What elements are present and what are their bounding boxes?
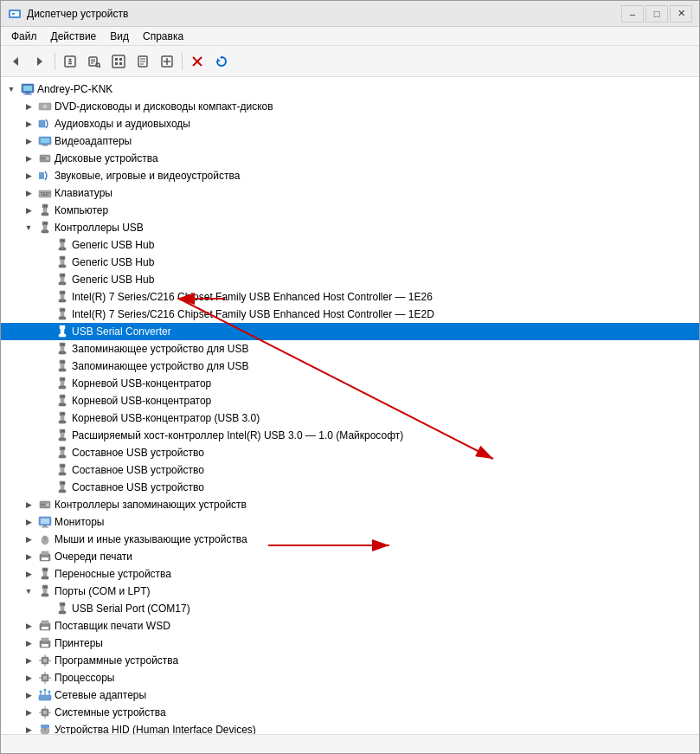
tree-item-storage-ctrl[interactable]: ▶ Контроллеры запоминающих устройств bbox=[1, 496, 699, 513]
expand-icon[interactable]: ▶ bbox=[22, 203, 35, 217]
tree-item-print-queue[interactable]: ▶ Очереди печати bbox=[1, 548, 699, 565]
expand-icon[interactable]: ▶ bbox=[22, 100, 35, 113]
expand-icon[interactable]: ▶ bbox=[22, 636, 35, 650]
tree-item-mem-usb1[interactable]: Запоминающее устройство для USB bbox=[1, 340, 699, 358]
tree-item-mem-usb2[interactable]: Запоминающее устройство для USB bbox=[1, 358, 699, 375]
menu-file[interactable]: Файл bbox=[4, 29, 44, 44]
tree-item-comp-usb3[interactable]: Составное USB устройство bbox=[1, 479, 699, 496]
expand-icon[interactable]: ▶ bbox=[22, 723, 35, 734]
maximize-button[interactable]: □ bbox=[645, 5, 668, 23]
expand-icon[interactable]: ▶ bbox=[22, 498, 35, 512]
computer-icon bbox=[21, 82, 35, 96]
tree-item-usb-ctrl[interactable]: ▼ Контроллеры USB bbox=[1, 219, 699, 236]
tree-item-comp-usb1[interactable]: Составное USB устройство bbox=[1, 444, 699, 461]
tree-item-print-provider[interactable]: ▶ Поставщик печати WSD bbox=[1, 617, 699, 635]
expand-icon[interactable]: ▶ bbox=[22, 151, 35, 165]
tree-item-intel-usb3[interactable]: Расширяемый хост-контроллер Intel(R) USB… bbox=[1, 427, 699, 444]
menu-help[interactable]: Справка bbox=[136, 29, 190, 44]
svg-rect-106 bbox=[63, 378, 65, 380]
svg-rect-46 bbox=[39, 190, 51, 197]
tree-item-video[interactable]: ▶ Видеоадаптеры bbox=[1, 132, 699, 150]
cpu-label: Процессоры bbox=[55, 672, 115, 684]
expand-icon[interactable]: ▶ bbox=[22, 515, 35, 529]
tree-item-usb-hub1[interactable]: Generic USB Hub bbox=[1, 236, 699, 254]
tree-item-software[interactable]: ▶ Программные устройства bbox=[1, 652, 699, 669]
expand-icon[interactable]: ▶ bbox=[22, 117, 35, 131]
tree-item-usb-hub2[interactable]: Generic USB Hub bbox=[1, 254, 699, 271]
tree-item-intel-usb1[interactable]: Intel(R) 7 Series/C216 Chipset Family US… bbox=[1, 288, 699, 306]
tree-root-node[interactable]: ▼ Andrey-PC-KNK bbox=[1, 81, 699, 98]
expand-icon[interactable]: ▶ bbox=[22, 671, 35, 685]
minimize-button[interactable]: – bbox=[621, 5, 644, 23]
svg-rect-104 bbox=[59, 386, 66, 389]
tree-item-audio[interactable]: ▶ Аудиовходы и аудиовыходы bbox=[1, 115, 699, 132]
toolbar-scan-button[interactable] bbox=[83, 50, 106, 73]
toolbar-btn6[interactable] bbox=[132, 50, 154, 73]
usb-serial-conv-icon bbox=[55, 325, 69, 338]
expand-icon[interactable]: ▶ bbox=[22, 169, 35, 183]
tree-item-root-hub3[interactable]: Корневой USB-концентратор (USB 3.0) bbox=[1, 409, 699, 427]
expand-icon[interactable]: ▶ bbox=[22, 567, 35, 581]
tree-item-monitors[interactable]: ▶ Мониторы bbox=[1, 513, 699, 531]
system-label: Системные устройства bbox=[55, 706, 166, 719]
tree-item-intel-usb2[interactable]: Intel(R) 7 Series/C216 Chipset Family US… bbox=[1, 306, 699, 323]
toolbar-btn5[interactable] bbox=[107, 50, 130, 73]
expand-icon[interactable]: ▶ bbox=[22, 532, 35, 546]
tree-item-dvd[interactable]: ▶ DVD-дисководы и дисководы компакт-диск… bbox=[1, 98, 699, 115]
svg-rect-147 bbox=[42, 551, 48, 555]
svg-rect-79 bbox=[59, 300, 66, 302]
toolbar-properties-button[interactable] bbox=[59, 50, 81, 73]
toolbar-btn7[interactable] bbox=[156, 50, 178, 73]
tree-item-mouse[interactable]: ▶ Мыши и иные указывающие устройства bbox=[1, 531, 699, 548]
tree-item-root-hub1[interactable]: Корневой USB-концентратор bbox=[1, 375, 699, 392]
expand-icon[interactable]: ▶ bbox=[22, 550, 35, 564]
svg-point-149 bbox=[48, 555, 49, 557]
collapse-icon[interactable]: ▼ bbox=[22, 221, 35, 235]
expand-icon[interactable]: ▶ bbox=[22, 186, 35, 200]
dvd-icon bbox=[38, 100, 52, 113]
tree-item-comp-usb2[interactable]: Составное USB устройство bbox=[1, 461, 699, 479]
expand-icon[interactable]: ▶ bbox=[22, 654, 35, 667]
device-tree[interactable]: ▼ Andrey-PC-KNK ▶ bbox=[1, 77, 699, 734]
tree-item-disk[interactable]: ▶ Дисковые устройства bbox=[1, 150, 699, 167]
print-provider-label: Поставщик печати WSD bbox=[55, 620, 170, 632]
expand-root-icon[interactable]: ▼ bbox=[4, 82, 18, 96]
toolbar-back-button[interactable] bbox=[4, 50, 27, 73]
svg-rect-80 bbox=[61, 292, 63, 293]
expand-icon[interactable]: ▶ bbox=[22, 619, 35, 633]
svg-rect-156 bbox=[43, 589, 47, 594]
close-button[interactable]: ✕ bbox=[670, 5, 692, 23]
svg-rect-81 bbox=[63, 292, 65, 293]
tree-item-system[interactable]: ▶ Системные устройства bbox=[1, 704, 699, 721]
tree-item-hid[interactable]: ▶ Устройства HID (Human Interface Device… bbox=[1, 721, 699, 734]
expand-icon[interactable]: ▶ bbox=[22, 688, 35, 702]
toolbar-delete-button[interactable] bbox=[186, 50, 209, 73]
tree-item-network[interactable]: ▶ Сетевые адаптеры bbox=[1, 686, 699, 704]
menu-action[interactable]: Действие bbox=[44, 29, 104, 44]
usb-hub3-icon bbox=[55, 273, 69, 287]
tree-item-sound[interactable]: ▶ Звуковые, игровые и видеоустройства bbox=[1, 167, 699, 184]
tree-item-printers[interactable]: ▶ Принтеры bbox=[1, 635, 699, 652]
tree-item-root-hub2[interactable]: Корневой USB-концентратор bbox=[1, 392, 699, 409]
collapse-icon[interactable]: ▼ bbox=[22, 584, 35, 598]
tree-item-computer[interactable]: ▶ Компьютер bbox=[1, 202, 699, 219]
expand-icon[interactable]: ▶ bbox=[22, 134, 35, 148]
tree-item-cpu[interactable]: ▶ Процессоры bbox=[1, 669, 699, 686]
tree-item-usb-serial-port[interactable]: USB Serial Port (COM17) bbox=[1, 600, 699, 617]
tree-item-usb-serial-conv[interactable]: USB Serial Converter bbox=[1, 323, 699, 340]
tree-item-keyboard[interactable]: ▶ Клавиатуры bbox=[1, 184, 699, 202]
svg-rect-96 bbox=[63, 344, 65, 345]
cpu-icon bbox=[38, 671, 52, 685]
tree-item-portable[interactable]: ▶ Переносные устройства bbox=[1, 565, 699, 583]
svg-rect-115 bbox=[61, 413, 63, 415]
menu-view[interactable]: Вид bbox=[103, 29, 136, 44]
toolbar-forward-button[interactable] bbox=[29, 50, 51, 73]
toolbar-update-button[interactable] bbox=[210, 50, 233, 73]
ports-icon bbox=[38, 584, 52, 598]
usb-hub1-label: Generic USB Hub bbox=[72, 239, 154, 251]
tree-item-usb-hub3[interactable]: Generic USB Hub bbox=[1, 271, 699, 288]
expand-icon[interactable]: ▶ bbox=[22, 706, 35, 719]
tree-root: ▼ Andrey-PC-KNK ▶ bbox=[1, 81, 699, 734]
computer-icon bbox=[38, 203, 52, 217]
tree-item-ports[interactable]: ▼ Порты (COM и LPT) bbox=[1, 583, 699, 600]
